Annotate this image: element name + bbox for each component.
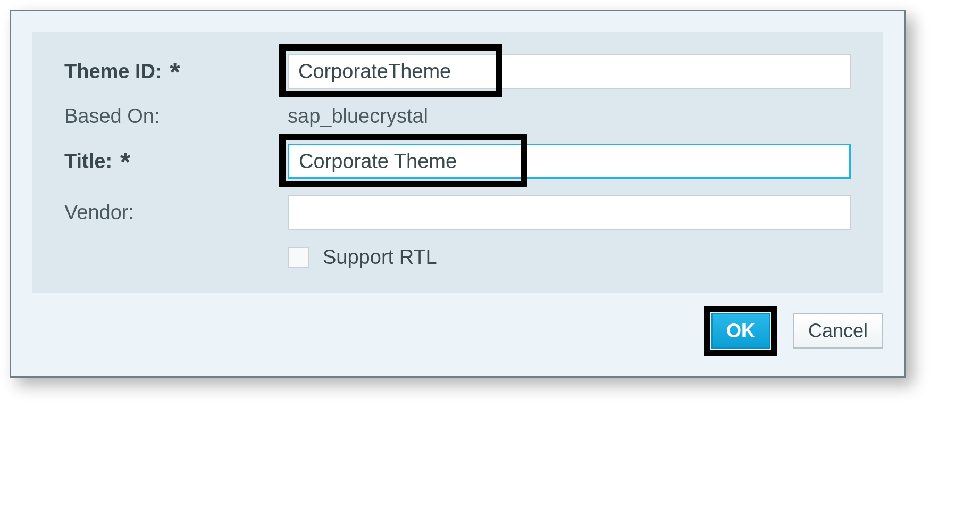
form-panel: Theme ID: * Based On: sap_bluecrystal Ti… — [32, 32, 883, 293]
required-asterisk-icon: * — [167, 57, 180, 87]
value-cell-title — [288, 144, 851, 179]
label-title-text: Title: — [64, 150, 112, 172]
label-vendor: Vendor: — [64, 201, 288, 224]
label-title: Title: * — [64, 150, 288, 173]
value-cell-theme-id — [288, 54, 851, 89]
ok-button-wrap: OK — [704, 306, 777, 356]
support-rtl-label: Support RTL — [323, 246, 437, 269]
row-vendor: Vendor: — [64, 195, 851, 230]
value-cell-vendor — [288, 195, 851, 230]
vendor-input[interactable] — [288, 195, 851, 230]
row-title: Title: * — [64, 144, 851, 179]
label-theme-id: Theme ID: * — [64, 60, 288, 83]
row-based-on: Based On: sap_bluecrystal — [64, 105, 851, 128]
required-asterisk-icon: * — [118, 147, 130, 177]
ok-button[interactable]: OK — [711, 313, 770, 349]
theme-id-input[interactable] — [288, 54, 851, 89]
row-support-rtl: Support RTL — [288, 246, 851, 269]
label-based-on: Based On: — [64, 105, 288, 128]
based-on-value: sap_bluecrystal — [288, 105, 428, 128]
cancel-button[interactable]: Cancel — [793, 313, 883, 349]
theme-dialog: Theme ID: * Based On: sap_bluecrystal Ti… — [10, 10, 906, 378]
support-rtl-checkbox[interactable] — [288, 247, 309, 268]
label-theme-id-text: Theme ID: — [64, 60, 162, 82]
title-input[interactable] — [288, 144, 851, 179]
value-cell-based-on: sap_bluecrystal — [288, 105, 851, 128]
row-theme-id: Theme ID: * — [64, 54, 851, 89]
button-bar: OK Cancel — [11, 293, 904, 376]
